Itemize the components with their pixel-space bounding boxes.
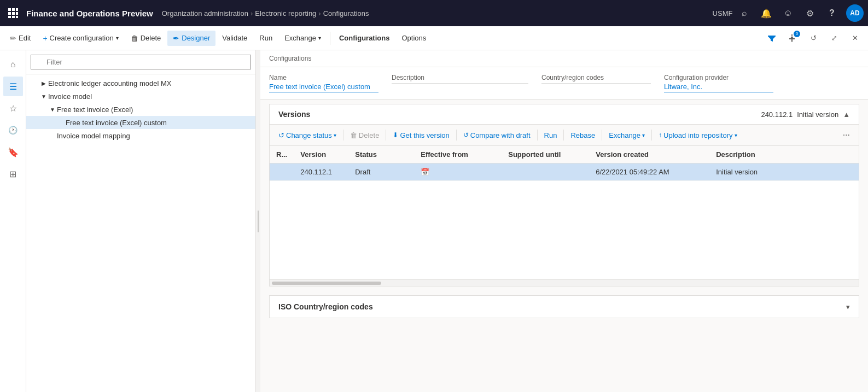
breadcrumb-nav: Organization administration › Electronic… [162,9,710,17]
rebase-btn[interactable]: Rebase [566,129,599,142]
splitter-handle [258,210,259,232]
action-bar-right: 0 ↺ ⤢ ✕ [763,30,864,47]
tree-item-free-text[interactable]: ▼ Free text invoice (Excel) [26,103,255,116]
iso-collapse-icon: ▾ [846,303,850,311]
chevron-icon-2: › [318,9,321,17]
delete-button[interactable]: 🗑 Delete [125,31,167,46]
col-header-created[interactable]: Version created [589,146,709,163]
waffle-menu[interactable] [4,4,22,22]
ver-sep-7 [651,130,652,141]
form-header: Name Free text invoice (Excel) custom De… [260,67,868,100]
designer-button[interactable]: ✒ Designer [167,31,215,46]
versions-title: Versions [278,110,761,119]
pinned-icon-btn[interactable]: 0 [784,30,801,47]
provider-value[interactable]: Litware, Inc. [664,83,773,92]
tree-item-electronic-ledger[interactable]: ▶ Electronic ledger accounting model MX [26,77,255,90]
col-header-desc[interactable]: Description [709,146,859,163]
filter-input[interactable] [31,55,251,69]
bookmark-icon-nav[interactable]: 🔖 [3,142,23,162]
edit-button[interactable]: ✏ Edit [4,31,36,46]
tree-item-invoice-mapping[interactable]: Invoice model mapping [26,129,255,142]
iso-header[interactable]: ISO Country/region codes ▾ [270,296,859,318]
trash-icon: 🗑 [131,34,138,43]
tree-item-free-text-custom[interactable]: Free text invoice (Excel) custom [26,116,255,129]
upload-chevron: ▾ [735,132,737,138]
run-button[interactable]: Run [254,31,278,45]
svg-rect-8 [16,16,18,18]
ver-exchange-btn[interactable]: Exchange ▾ [604,129,649,142]
edit-icon: ✏ [10,34,16,43]
country-label: Country/region codes [541,74,651,81]
home-icon-nav[interactable]: ⌂ [3,55,23,74]
configurations-button[interactable]: Configurations [334,31,395,45]
grid-icon-nav[interactable]: ⊞ [3,164,23,184]
tree-label-mapping: Invoice model mapping [57,132,130,140]
description-value[interactable] [392,83,528,84]
ver-delete-btn[interactable]: 🗑 Delete [346,129,384,142]
content-breadcrumb: Configurations [260,50,868,67]
refresh-icon-btn[interactable]: ↺ [805,30,822,47]
smiley-icon[interactable]: ☺ [780,5,796,21]
content-area: Configurations Name Free text invoice (E… [260,50,868,392]
left-nav: ⌂ ☰ ☆ 🕐 🔖 ⊞ [0,50,26,392]
svg-rect-5 [16,12,18,15]
table-row[interactable]: 240.112.1 Draft 📅 6/22/2021 05:49:22 AM … [270,163,859,181]
list-icon-nav[interactable]: ☰ [3,77,23,96]
versions-toolbar: ↺ Change status ▾ 🗑 Delete ⬇ Get this ve… [270,125,859,146]
version-tag: Initial version [797,110,838,119]
compare-with-draft-btn[interactable]: ↺ Compare with draft [459,129,535,142]
svg-rect-7 [12,16,15,18]
get-this-version-btn[interactable]: ⬇ Get this version [388,129,453,142]
top-bar: Finance and Operations Preview Organizat… [0,0,868,26]
iso-title: ISO Country/region codes [278,302,846,311]
collapse-versions-btn[interactable]: ▲ [843,110,850,119]
tree-toggle-free-text[interactable]: ▼ [48,105,57,114]
expand-icon-btn[interactable]: ⤢ [825,30,843,47]
col-header-effective[interactable]: Effective from [414,146,502,163]
tree-label-custom: Free text invoice (Excel) custom [66,119,167,127]
options-button[interactable]: Options [396,31,432,45]
cell-supported [502,163,589,181]
cell-version: 240.112.1 [294,163,348,181]
col-header-version[interactable]: Version [294,146,348,163]
tree-toggle-invoice[interactable]: ▼ [39,92,48,101]
bell-icon[interactable]: 🔔 [759,5,774,21]
more-options-btn[interactable]: ··· [838,128,854,142]
tree-toggle-mapping [48,131,57,140]
col-header-supported[interactable]: Supported until [502,146,589,163]
upload-repository-btn[interactable]: ↑ Upload into repository ▾ [654,129,741,142]
horizontal-scrollbar-area [270,279,859,286]
scrollbar-thumb[interactable] [272,282,381,285]
main-layout: ⌂ ☰ ☆ 🕐 🔖 ⊞ 🔍 ▶ Electronic ledger accoun… [0,50,868,392]
breadcrumb-config[interactable]: Configurations [323,9,369,17]
change-status-btn[interactable]: ↺ Change status ▾ [274,129,341,142]
gear-icon-topbar[interactable]: ⚙ [802,5,818,21]
recent-icon-nav[interactable]: 🕐 [3,120,23,140]
star-icon-nav[interactable]: ☆ [3,98,23,118]
search-icon-topbar[interactable]: ⌕ [737,5,752,21]
exchange-button[interactable]: Exchange ▾ [279,31,327,45]
country-value[interactable] [541,83,651,84]
tree-item-invoice-model[interactable]: ▼ Invoice model [26,90,255,103]
ver-run-btn[interactable]: Run [540,129,562,142]
tree-label-invoice: Invoice model [48,92,92,101]
action-bar: ✏ Edit + Create configuration ▾ 🗑 Delete… [0,26,868,50]
help-icon[interactable]: ? [824,5,840,21]
splitter[interactable] [256,50,260,392]
close-icon-btn[interactable]: ✕ [846,30,864,47]
calendar-icon-effective[interactable]: 📅 [421,168,429,176]
name-value[interactable]: Free text invoice (Excel) custom [269,83,378,92]
validate-button[interactable]: Validate [217,31,253,45]
search-wrap: 🔍 [31,55,251,69]
svg-rect-6 [8,16,11,18]
avatar[interactable]: AD [846,4,864,22]
breadcrumb-er[interactable]: Electronic reporting [255,9,316,17]
filter-icon-btn[interactable] [763,30,780,47]
tree-toggle-ledger[interactable]: ▶ [39,79,48,87]
breadcrumb-org[interactable]: Organization administration [162,9,248,17]
cell-r [270,163,294,181]
col-header-status[interactable]: Status [348,146,414,163]
description-label: Description [392,74,528,81]
versions-table-body: 240.112.1 Draft 📅 6/22/2021 05:49:22 AM … [270,163,859,181]
create-configuration-button[interactable]: + Create configuration ▾ [37,31,124,46]
